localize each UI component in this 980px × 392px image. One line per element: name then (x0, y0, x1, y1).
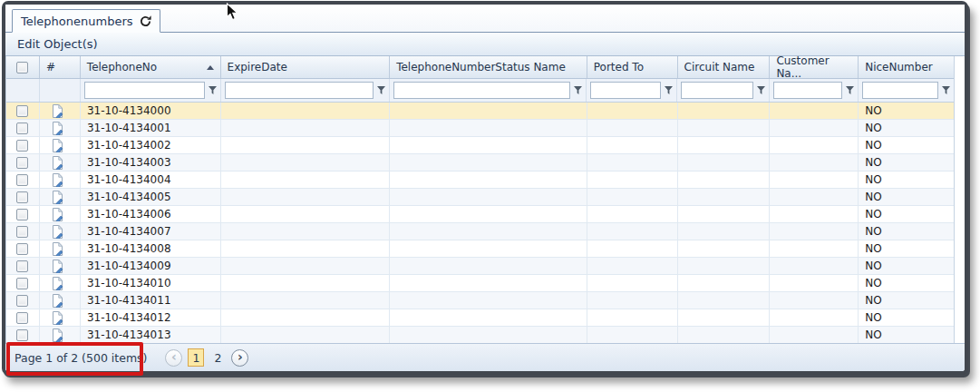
filter-cell-expiredate (221, 79, 390, 102)
edit-row-icon[interactable] (52, 260, 64, 273)
edit-row-icon[interactable] (52, 208, 64, 221)
filter-icon[interactable] (665, 86, 673, 94)
row-checkbox[interactable] (16, 226, 28, 238)
filter-icon[interactable] (846, 86, 854, 94)
cell-nice-number: NO (859, 240, 954, 257)
filter-input-telephoneno[interactable] (84, 82, 205, 99)
filter-icon[interactable] (377, 86, 385, 94)
prev-page-button[interactable]: ‹ (165, 349, 182, 367)
filter-icon[interactable] (574, 86, 582, 94)
edit-row-icon[interactable] (52, 173, 64, 187)
column-header-select-all[interactable] (6, 56, 40, 78)
cell-select (6, 154, 40, 171)
filter-icon[interactable] (757, 86, 765, 94)
cell-select (6, 189, 40, 205)
cell-telephone-no: 31-10-4134011 (81, 292, 221, 309)
row-checkbox[interactable] (16, 122, 28, 134)
edit-objects-button[interactable]: Edit Object(s) (13, 35, 102, 53)
row-checkbox[interactable] (16, 140, 28, 152)
row-checkbox[interactable] (16, 260, 28, 272)
table-row[interactable]: 31-10-4134007 NO (6, 223, 954, 240)
table-row[interactable]: 31-10-4134010 NO (6, 275, 954, 292)
row-checkbox[interactable] (16, 209, 28, 220)
cell-row-actions (40, 189, 81, 205)
cell-status-name (390, 137, 587, 153)
cell-ported-to (587, 240, 678, 257)
table-row[interactable]: 31-10-4134002 NO (6, 137, 954, 154)
next-page-button[interactable]: › (231, 349, 248, 367)
cell-ported-to (587, 172, 678, 188)
edit-row-icon[interactable] (52, 328, 64, 342)
edit-row-icon[interactable] (52, 242, 64, 256)
column-header-ported-to[interactable]: Ported To (587, 56, 678, 78)
cell-nice-number: NO (859, 206, 954, 222)
cell-nice-number: NO (859, 327, 954, 343)
cell-customer-name (770, 103, 859, 119)
edit-row-icon[interactable] (52, 277, 64, 290)
table-row[interactable]: 31-10-4134001 NO (6, 120, 954, 137)
cell-select (6, 137, 40, 153)
cell-telephone-no: 31-10-4134000 (81, 103, 221, 119)
table-row[interactable]: 31-10-4134004 NO (6, 172, 954, 189)
filter-input-status-name[interactable] (393, 82, 570, 99)
cell-telephone-no: 31-10-4134002 (81, 137, 221, 153)
filter-input-expiredate[interactable] (225, 82, 374, 99)
table-row[interactable]: 31-10-4134000 NO (6, 103, 954, 120)
row-checkbox[interactable] (16, 174, 28, 186)
filter-icon[interactable] (942, 86, 950, 94)
filter-input-ported-to[interactable] (590, 82, 661, 99)
cell-row-actions (40, 137, 81, 153)
edit-row-icon[interactable] (52, 311, 64, 325)
row-checkbox[interactable] (16, 105, 28, 117)
table-row[interactable]: 31-10-4134013 NO (6, 327, 954, 343)
row-checkbox[interactable] (16, 278, 28, 289)
column-header-row-number[interactable]: # (40, 56, 81, 78)
filter-input-circuit-name[interactable] (681, 82, 753, 99)
edit-row-icon[interactable] (52, 294, 64, 308)
page-button-1[interactable]: 1 (188, 348, 204, 367)
filter-input-nicenumber[interactable] (862, 82, 938, 99)
row-checkbox[interactable] (16, 243, 28, 255)
cell-telephone-no: 31-10-4134008 (81, 240, 221, 257)
select-all-checkbox[interactable] (16, 62, 28, 74)
edit-row-icon[interactable] (52, 122, 64, 135)
table-row[interactable]: 31-10-4134005 NO (6, 189, 954, 206)
cell-select (6, 275, 40, 291)
edit-row-icon[interactable] (52, 156, 64, 170)
table-row[interactable]: 31-10-4134006 NO (6, 206, 954, 223)
table-row[interactable]: 31-10-4134003 NO (6, 154, 954, 172)
column-header-expiredate[interactable]: ExpireDate (221, 56, 391, 78)
column-label: Ported To (594, 61, 644, 74)
edit-row-icon[interactable] (52, 191, 64, 204)
table-row[interactable]: 31-10-4134008 NO (6, 240, 954, 258)
grid-table: # TelephoneNo ExpireDate TelephoneNumber… (5, 56, 955, 343)
page-button-2[interactable]: 2 (209, 348, 226, 367)
filter-icon[interactable] (209, 86, 217, 94)
row-checkbox[interactable] (16, 191, 28, 203)
column-label: TelephoneNo (87, 61, 157, 74)
refresh-icon[interactable] (140, 15, 151, 27)
column-header-customer-name[interactable]: Customer Na... (770, 56, 859, 78)
table-row[interactable]: 31-10-4134011 NO (6, 292, 954, 309)
cell-ported-to (587, 103, 678, 119)
row-checkbox[interactable] (16, 312, 28, 324)
table-row[interactable]: 31-10-4134009 NO (6, 258, 954, 275)
edit-row-icon[interactable] (52, 104, 64, 118)
column-header-status-name[interactable]: TelephoneNumberStatus Name (390, 56, 587, 78)
column-header-nicenumber[interactable]: NiceNumber (859, 56, 954, 78)
column-header-telephoneno[interactable]: TelephoneNo (81, 56, 221, 78)
row-checkbox[interactable] (16, 295, 28, 307)
row-checkbox[interactable] (16, 157, 28, 169)
cell-circuit-name (678, 172, 771, 188)
column-header-circuit-name[interactable]: Circuit Name (678, 56, 771, 78)
table-row[interactable]: 31-10-4134012 NO (6, 309, 954, 327)
row-checkbox[interactable] (16, 329, 28, 341)
filter-input-customer-name[interactable] (773, 82, 842, 99)
edit-row-icon[interactable] (52, 225, 64, 239)
cell-row-actions (40, 309, 81, 326)
tab-telephonenumbers[interactable]: Telephonenumbers (12, 9, 160, 33)
edit-row-icon[interactable] (52, 139, 64, 152)
cell-status-name (390, 206, 587, 222)
cell-customer-name (770, 120, 859, 136)
cell-select (6, 103, 40, 119)
